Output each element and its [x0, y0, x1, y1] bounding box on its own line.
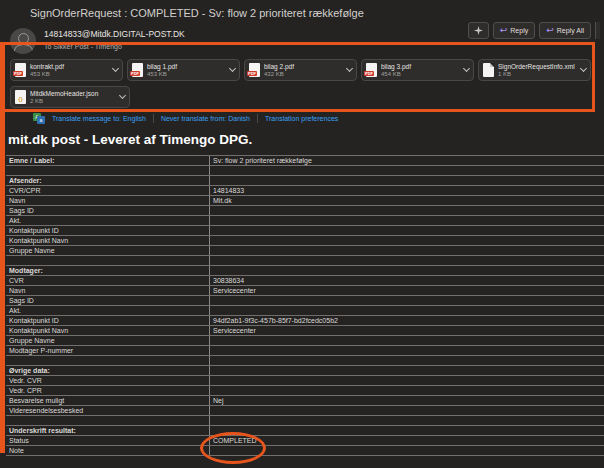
- table-row: Videresendelsesbesked: [6, 406, 604, 416]
- divider: [257, 114, 258, 123]
- chevron-down-icon[interactable]: [580, 65, 587, 72]
- reply-all-button-label: Reply All: [557, 27, 584, 34]
- row-label: Akt.: [6, 216, 210, 225]
- row-value: [210, 296, 604, 305]
- attachment-card[interactable]: {} MitdkMemoHeader.json 2 KB: [10, 86, 130, 108]
- recipient-line[interactable]: To Sikker Post - Timengo: [44, 43, 122, 50]
- table-row: Modtager P-nummer: [6, 346, 604, 356]
- attachments-area: PDF kontrakt.pdf 453 KB PDF bilag 1.pdf …: [10, 59, 598, 108]
- table-row: NavnMit.dk: [6, 196, 604, 206]
- row-label: Navn: [6, 286, 210, 295]
- row-value: Servicecenter: [210, 326, 604, 335]
- row-value: [210, 246, 604, 255]
- row-value: [210, 226, 604, 235]
- row-value: [210, 216, 604, 225]
- attachment-card[interactable]: PDF kontrakt.pdf 453 KB: [10, 59, 123, 81]
- table-row: Besvarelse muligtNej: [6, 396, 604, 406]
- row-label: Kontaktpunkt ID: [6, 226, 210, 235]
- reply-button-label: Reply: [510, 27, 528, 34]
- row-value: [210, 206, 604, 215]
- forward-button-clipped[interactable]: [595, 22, 600, 39]
- sparkle-icon: [474, 26, 483, 35]
- row-label: [6, 256, 210, 265]
- json-file-icon: {}: [15, 90, 26, 104]
- sender-avatar[interactable]: [10, 28, 36, 54]
- attachment-card[interactable]: PDF bilag 3.pdf 454 KB: [361, 59, 474, 81]
- row-label: Besvarelse muligt: [6, 396, 210, 405]
- table-row: Kontaktpunkt ID: [6, 226, 604, 236]
- row-value: Sv: flow 2 prioriteret rækkefølge: [210, 156, 604, 165]
- row-label: Modtager:: [6, 266, 210, 275]
- row-value: [210, 416, 604, 425]
- row-value: [210, 356, 604, 365]
- row-label: Emne / Label:: [6, 156, 210, 165]
- row-value: [210, 166, 604, 175]
- chevron-down-icon[interactable]: [112, 65, 119, 72]
- row-value: 94df2ab1-9f3c-457b-85f7-bd2fcedc05b2: [210, 316, 604, 325]
- attachment-card[interactable]: PDF bilag 1.pdf 453 KB: [127, 59, 240, 81]
- translate-link[interactable]: Never translate from: Danish: [161, 115, 250, 122]
- row-label: [6, 356, 210, 365]
- row-label: Status: [6, 436, 210, 445]
- row-label: [6, 166, 210, 175]
- table-row: Gruppe Navne: [6, 336, 604, 346]
- row-label: Sags ID: [6, 206, 210, 215]
- attachment-name: SignOrderRequestInfo.xml: [498, 63, 577, 71]
- row-label: Vedr. CVR: [6, 376, 210, 385]
- row-value: [210, 386, 604, 395]
- row-value: [210, 306, 604, 315]
- table-row: Afsender:: [6, 176, 604, 186]
- table-row: [6, 256, 604, 266]
- table-row: Underskrift resultat:: [6, 426, 604, 436]
- message-body-heading: mit.dk post - Leveret af Timengo DPG.: [8, 132, 252, 147]
- xml-file-icon: [483, 63, 494, 77]
- chevron-down-icon[interactable]: [346, 65, 353, 72]
- sender-email[interactable]: 14814833@Mitdk.DIGITAL-POST.DK: [44, 29, 185, 39]
- table-row: Akt.: [6, 216, 604, 226]
- row-label: Øvrige data:: [6, 366, 210, 375]
- row-label: CVR: [6, 276, 210, 285]
- table-row: [6, 166, 604, 176]
- row-value: 30838634: [210, 276, 604, 285]
- table-row: Emne / Label:Sv: flow 2 prioriteret rækk…: [6, 156, 604, 166]
- reply-all-icon: ↩: [546, 27, 554, 34]
- translate-link[interactable]: Translation preferences: [265, 115, 338, 122]
- attachment-name: bilag 3.pdf: [381, 63, 460, 71]
- table-row: Vedr. CPR: [6, 386, 604, 396]
- row-value: COMPLETED: [210, 436, 604, 445]
- row-value: [210, 446, 604, 455]
- translate-icon: A a: [33, 113, 45, 124]
- attachment-size: 2 KB: [30, 98, 116, 105]
- sparkle-button[interactable]: [468, 22, 489, 39]
- table-row: Sags ID: [6, 206, 604, 216]
- reply-icon: ↩: [500, 27, 508, 34]
- reply-button[interactable]: ↩ Reply: [493, 22, 535, 39]
- row-label: Akt.: [6, 306, 210, 315]
- attachment-card[interactable]: PDF bilag 2.pdf 432 KB: [244, 59, 357, 81]
- row-value: [210, 336, 604, 345]
- row-label: Sags ID: [6, 296, 210, 305]
- mail-app-window: { "colors": { "accent_orange": "#e8551c"…: [0, 0, 604, 468]
- table-row: Gruppe Navne: [6, 246, 604, 256]
- row-label: Vedr. CPR: [6, 386, 210, 395]
- row-value: 14814833: [210, 186, 604, 195]
- attachment-card[interactable]: SignOrderRequestInfo.xml 1 KB: [478, 59, 591, 81]
- row-value: Mit.dk: [210, 196, 604, 205]
- table-row: [6, 416, 604, 426]
- table-row: StatusCOMPLETED: [6, 436, 604, 446]
- row-label: Gruppe Navne: [6, 246, 210, 255]
- chevron-down-icon[interactable]: [229, 65, 236, 72]
- translate-link[interactable]: Translate message to: English: [52, 115, 146, 122]
- chevron-down-icon[interactable]: [463, 65, 470, 72]
- attachment-size: 453 KB: [30, 71, 109, 78]
- table-row: NavnServicecenter: [6, 286, 604, 296]
- annotation-left-stripe: [0, 42, 5, 453]
- table-row: Vedr. CVR: [6, 376, 604, 386]
- chevron-down-icon[interactable]: [119, 92, 126, 99]
- table-row: Kontaktpunkt ID94df2ab1-9f3c-457b-85f7-b…: [6, 316, 604, 326]
- row-value: [210, 236, 604, 245]
- attachment-size: 454 KB: [381, 71, 460, 78]
- row-value: [210, 406, 604, 415]
- reply-all-button[interactable]: ↩ Reply All: [539, 22, 591, 39]
- row-label: Modtager P-nummer: [6, 346, 210, 355]
